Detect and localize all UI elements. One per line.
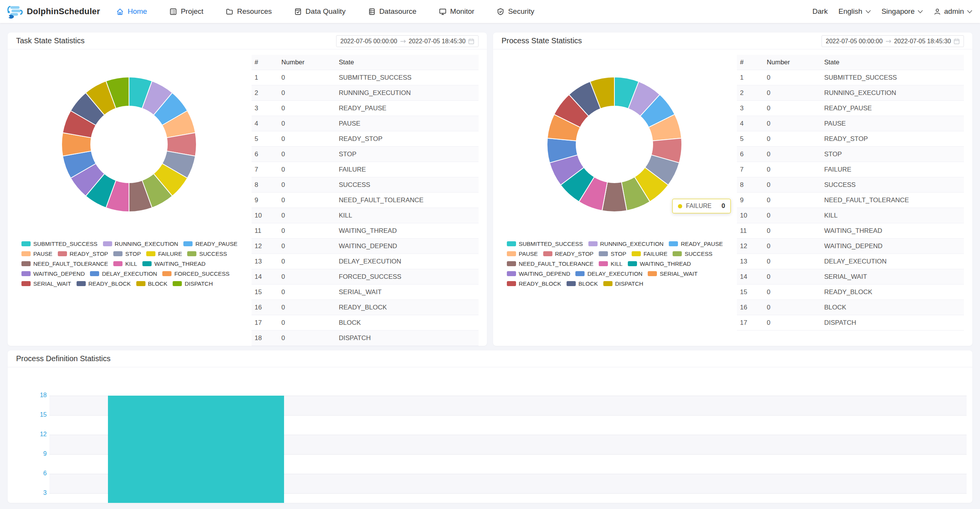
row-index: 1 [740,74,767,82]
legend-swatch [90,271,99,276]
table-row: 60STOP [737,147,964,162]
nav-item-monitor[interactable]: Monitor [439,7,474,16]
legend-item-submitted_success[interactable]: SUBMITTED_SUCCESS [21,241,98,247]
task-date-range-picker[interactable]: 2022-07-05 00:00:00 2022-07-05 18:45:30 [336,35,479,47]
legend-item-ready_stop[interactable]: READY_STOP [543,250,594,257]
process-date-range-picker[interactable]: 2022-07-05 00:00:00 2022-07-05 18:45:30 [822,35,964,47]
task-donut-chart[interactable] [56,72,202,217]
row-state: RUNNING_EXECUTION [824,89,964,97]
legend-item-pause[interactable]: PAUSE [21,250,52,257]
legend-item-ready_block[interactable]: READY_BLOCK [507,280,561,287]
legend-swatch [599,261,608,266]
row-number: 0 [281,334,339,342]
date-start: 2022-07-05 00:00:00 [826,38,883,45]
legend-item-forced_success[interactable]: FORCED_SUCCESS [162,270,229,277]
legend-item-ready_pause[interactable]: READY_PAUSE [183,241,237,247]
legend-item-kill[interactable]: KILL [113,260,137,267]
legend-swatch [136,281,145,286]
nav-item-security[interactable]: Security [497,7,534,16]
row-state: WAITING_DEPEND [824,242,964,250]
date-end: 2022-07-05 18:45:30 [408,38,466,45]
app-logo[interactable]: DolphinScheduler [7,3,100,20]
legend-item-ready_pause[interactable]: READY_PAUSE [669,241,723,247]
legend-item-failure[interactable]: FAILURE [632,250,668,257]
row-number: 0 [767,304,824,311]
person-icon [934,8,941,15]
legend-item-success[interactable]: SUCCESS [673,250,712,257]
legend-item-ready_stop[interactable]: READY_STOP [58,250,108,257]
process-donut-chart[interactable] [542,72,687,217]
legend-item-submitted_success[interactable]: SUBMITTED_SUCCESS [507,241,583,247]
nav-item-label: Monitor [450,7,474,16]
legend-item-serial_wait[interactable]: SERIAL_WAIT [21,280,71,287]
legend-item-block[interactable]: BLOCK [136,280,168,287]
row-number: 0 [767,196,824,204]
legend-item-stop[interactable]: STOP [599,250,626,257]
chevron-down-icon [967,10,972,13]
legend-item-delay_execution[interactable]: DELAY_EXECUTION [575,270,642,277]
nav-item-resources[interactable]: Resources [225,7,272,16]
legend-item-waiting_depend[interactable]: WAITING_DEPEND [21,270,85,277]
legend-item-serial_wait[interactable]: SERIAL_WAIT [648,270,697,277]
row-state: READY_PAUSE [339,105,479,112]
legend-item-running_execution[interactable]: RUNNING_EXECUTION [103,241,178,247]
legend-item-waiting_thread[interactable]: WAITING_THREAD [628,260,691,267]
y-axis-tick-label: 12 [22,431,47,438]
row-state: WAITING_THREAD [824,227,964,235]
legend-swatch [173,281,182,286]
legend-item-need_fault_tolerance[interactable]: NEED_FAULT_TOLERANCE [21,260,108,267]
nav-item-project[interactable]: Project [169,7,203,16]
row-index: 6 [255,151,281,158]
legend-item-success[interactable]: SUCCESS [187,250,227,257]
row-index: 10 [740,212,767,219]
language-select[interactable]: English [838,7,871,16]
nav-item-data-quality[interactable]: Data Quality [294,7,346,16]
theme-toggle[interactable]: Dark [812,7,828,16]
nav-item-home[interactable]: Home [116,7,147,16]
row-state: READY_BLOCK [824,288,964,296]
row-number: 0 [281,227,339,235]
timezone-select[interactable]: Singapore [882,7,923,16]
table-row: 20RUNNING_EXECUTION [252,85,479,101]
legend-item-dispatch[interactable]: DISPATCH [173,280,213,287]
legend-item-dispatch[interactable]: DISPATCH [603,280,644,287]
legend-item-need_fault_tolerance[interactable]: NEED_FAULT_TOLERANCE [507,260,593,267]
y-axis-tick-label: 18 [22,392,47,399]
y-axis-tick-label: 3 [22,489,47,496]
legend-label: READY_PAUSE [681,241,723,247]
legend-item-pause[interactable]: PAUSE [507,250,538,257]
legend-item-stop[interactable]: STOP [113,250,141,257]
legend-item-waiting_depend[interactable]: WAITING_DEPEND [507,270,570,277]
legend-swatch [543,251,552,256]
legend-item-kill[interactable]: KILL [599,260,622,267]
legend-item-ready_block[interactable]: READY_BLOCK [77,280,131,287]
language-label: English [838,7,862,16]
row-index: 7 [255,166,281,173]
row-state: WAITING_THREAD [339,227,479,235]
security-icon [497,8,505,16]
nav-item-datasource[interactable]: Datasource [368,7,416,16]
legend-item-failure[interactable]: FAILURE [146,250,182,257]
legend-item-waiting_thread[interactable]: WAITING_THREAD [142,260,206,267]
legend-item-running_execution[interactable]: RUNNING_EXECUTION [588,241,664,247]
row-index: 16 [740,304,767,311]
column-header: Number [767,59,824,66]
legend-label: RUNNING_EXECUTION [115,241,178,247]
row-index: 15 [740,288,767,296]
row-index: 15 [255,288,281,296]
definition-count-bar[interactable] [108,396,284,503]
legend-item-block[interactable]: BLOCK [567,280,598,287]
row-state: DELAY_EXECUTION [339,258,479,265]
row-number: 0 [767,242,824,250]
date-start: 2022-07-05 00:00:00 [340,38,397,45]
nav-item-label: Resources [237,7,272,16]
table-row: 130DELAY_EXECUTION [252,254,479,269]
legend-item-delay_execution[interactable]: DELAY_EXECUTION [90,270,157,277]
table-row: 80SUCCESS [737,177,964,193]
user-menu[interactable]: admin [934,7,972,16]
table-row: 110WAITING_THREAD [737,223,964,239]
definition-card-header: Process Definition Statistics [8,350,972,367]
legend-label: DELAY_EXECUTION [102,270,157,277]
definition-bar-chart[interactable]: 181512963 [8,367,972,503]
process-state-card: Process State Statistics 2022-07-05 00:0… [493,33,972,346]
